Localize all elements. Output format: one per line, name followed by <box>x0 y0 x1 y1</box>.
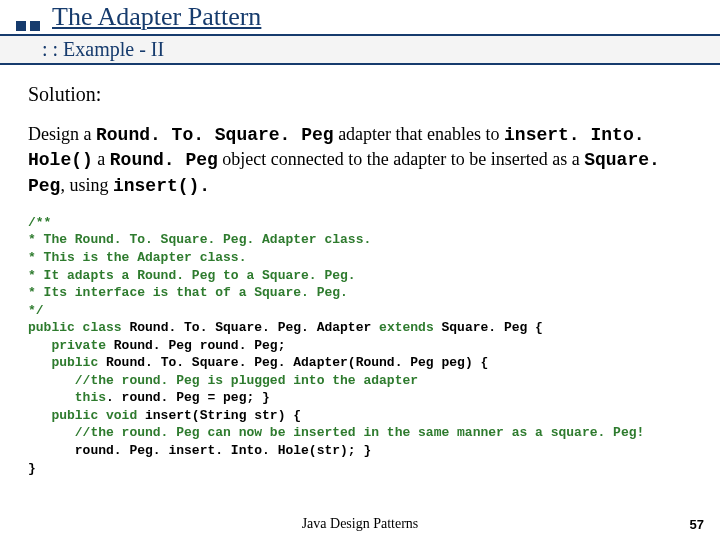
text: a <box>93 149 110 169</box>
text: adapter that enables to <box>334 124 504 144</box>
divider <box>0 63 720 65</box>
code-line: */ <box>28 303 44 318</box>
code-text: Square. Peg { <box>434 320 543 335</box>
code-text: . round. Peg = peg; } <box>106 390 270 405</box>
code-inline: Round. Peg <box>110 150 218 170</box>
code-keyword: extends <box>379 320 434 335</box>
code-line: * The Round. To. Square. Peg. Adapter cl… <box>28 232 371 247</box>
slide-subtitle: : : Example - II <box>42 38 164 60</box>
code-inline: insert(). <box>113 176 210 196</box>
text: object connected to the adapter to be in… <box>218 149 584 169</box>
page-number: 57 <box>690 517 704 532</box>
code-block: /** * The Round. To. Square. Peg. Adapte… <box>28 214 692 477</box>
code-keyword: public <box>28 355 98 370</box>
solution-paragraph: Design a Round. To. Square. Peg adapter … <box>28 122 692 198</box>
code-text: Round. To. Square. Peg. Adapter <box>122 320 379 335</box>
code-text: } <box>28 461 36 476</box>
header: The Adapter Pattern : : Example - II <box>0 0 720 65</box>
code-keyword: private <box>28 338 106 353</box>
footer-title: Java Design Patterns <box>0 516 720 532</box>
code-comment: //the round. Peg can now be inserted in … <box>28 425 644 440</box>
code-text: round. Peg. insert. Into. Hole(str); } <box>28 443 371 458</box>
code-inline: Round. To. Square. Peg <box>96 125 334 145</box>
code-text: insert(String str) { <box>137 408 301 423</box>
code-line: /** <box>28 215 51 230</box>
code-keyword: public void <box>28 408 137 423</box>
slide-body: Solution: Design a Round. To. Square. Pe… <box>0 65 720 477</box>
code-line: * This is the Adapter class. <box>28 250 246 265</box>
code-keyword: this <box>28 390 106 405</box>
section-heading: Solution: <box>28 81 692 108</box>
code-text: Round. Peg round. Peg; <box>106 338 285 353</box>
code-text: Round. To. Square. Peg. Adapter(Round. P… <box>98 355 488 370</box>
code-line: * Its interface is that of a Square. Peg… <box>28 285 348 300</box>
text: Design a <box>28 124 96 144</box>
bullet-square-icon <box>30 21 40 31</box>
bullet-square-icon <box>16 21 26 31</box>
code-keyword: public class <box>28 320 122 335</box>
code-line: * It adapts a Round. Peg to a Square. Pe… <box>28 268 356 283</box>
text: , using <box>60 175 113 195</box>
slide-title: The Adapter Pattern <box>52 2 261 32</box>
code-comment: //the round. Peg is plugged into the ada… <box>28 373 418 388</box>
